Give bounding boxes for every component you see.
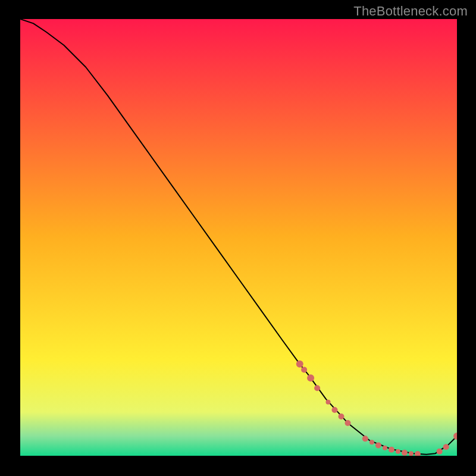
root: TheBottleneck.com — [0, 0, 476, 476]
chart-svg — [20, 19, 457, 456]
marker-dot — [375, 442, 381, 448]
marker-dot — [369, 440, 374, 444]
marker-dot — [301, 367, 307, 372]
marker-dot — [389, 447, 394, 453]
marker-dot — [345, 420, 351, 426]
marker-dot — [437, 449, 443, 455]
marker-dot — [402, 450, 408, 456]
marker-dot — [314, 385, 320, 391]
marker-dot — [396, 449, 400, 454]
marker-dot — [338, 414, 344, 419]
marker-dot — [325, 400, 330, 405]
marker-dot — [331, 407, 337, 413]
chart-background — [20, 19, 457, 456]
watermark-text: TheBottleneck.com — [353, 4, 468, 19]
marker-dot — [307, 374, 314, 381]
chart-plot-area — [20, 19, 457, 456]
marker-dot — [383, 446, 387, 450]
marker-dot — [296, 361, 303, 368]
marker-dot — [409, 451, 414, 456]
marker-dot — [362, 436, 368, 441]
marker-dot — [443, 444, 449, 450]
